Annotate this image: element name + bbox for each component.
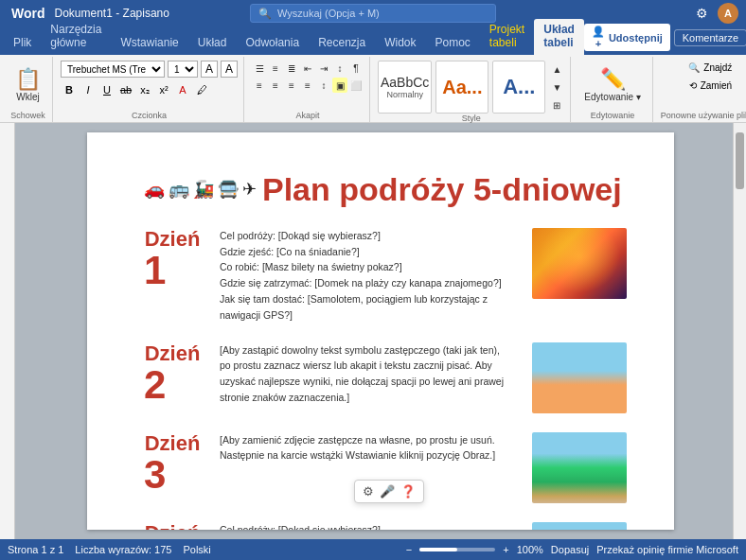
find-icon: 🔍 bbox=[688, 62, 700, 73]
word-count: Liczba wyrazów: 175 bbox=[75, 544, 171, 555]
strikethrough-button[interactable]: ab bbox=[117, 81, 134, 98]
wklej-button[interactable]: 📋 Wklej bbox=[9, 65, 46, 106]
czcionka-group: Trebuchet MS (Tre... 11 A A B I U ab x₂ … bbox=[55, 57, 244, 122]
tab-widok[interactable]: Widok bbox=[375, 32, 425, 55]
day-1-label: Dzień 1 bbox=[144, 228, 201, 290]
multilevel-list-button[interactable]: ≣ bbox=[284, 61, 299, 76]
tab-plik[interactable]: Plik bbox=[4, 32, 41, 55]
akapit-content: ☰ ≡ ≣ ⇤ ⇥ ↕ ¶ ≡ ≡ ≡ ≡ ↕ ▣ ⬜ bbox=[252, 57, 364, 111]
find-button[interactable]: 🔍 Znajdź bbox=[684, 61, 736, 75]
tab-recenzja[interactable]: Recenzja bbox=[309, 32, 375, 55]
line-spacing-button[interactable]: ↕ bbox=[316, 78, 331, 93]
justify-button[interactable]: ≡ bbox=[300, 78, 315, 93]
align-left-button[interactable]: ≡ bbox=[252, 78, 267, 93]
schowek-group: 📋 Wklej Schowek bbox=[4, 57, 53, 122]
day-1-image bbox=[532, 228, 627, 299]
komentarze-button[interactable]: Komentarze bbox=[674, 29, 746, 46]
language-indicator[interactable]: Polski bbox=[183, 544, 210, 555]
day-3-label: Dzień 3 bbox=[144, 432, 201, 495]
mini-help-icon[interactable]: ❓ bbox=[400, 484, 416, 499]
increase-indent-button[interactable]: ⇥ bbox=[316, 61, 331, 76]
superscript-button[interactable]: x² bbox=[155, 81, 172, 98]
feedback-label[interactable]: Przekaż opinię firmie Microsoft bbox=[596, 544, 738, 555]
style-normal-button[interactable]: AaBbCc Normalny bbox=[378, 61, 432, 114]
day-3-image bbox=[532, 432, 627, 503]
style-expand[interactable]: ⊞ bbox=[549, 97, 564, 113]
document-page[interactable]: 🚗 🚌 🚂 🚍 ✈ Plan podróży 5-dniowej Dzień 1… bbox=[87, 132, 674, 530]
akapit-group: ☰ ≡ ≣ ⇤ ⇥ ↕ ¶ ≡ ≡ ≡ ≡ ↕ ▣ ⬜ Akapit bbox=[246, 57, 370, 122]
page-title-area: 🚗 🚌 🚂 🚍 ✈ Plan podróży 5-dniowej bbox=[144, 170, 627, 209]
udostepnij-button[interactable]: 👤+Udostępnij bbox=[584, 24, 670, 51]
font-grow-button[interactable]: A bbox=[201, 61, 218, 78]
shading-button[interactable]: ▣ bbox=[332, 78, 347, 93]
italic-button[interactable]: I bbox=[80, 81, 97, 98]
wklej-label: Wklej bbox=[16, 92, 39, 102]
dopasuj-button[interactable]: Dopasuj bbox=[551, 544, 589, 555]
style-scroll-down[interactable]: ▼ bbox=[549, 79, 564, 95]
travel-icons: 🚗 🚌 🚂 🚍 ✈ bbox=[144, 179, 257, 200]
tab-wstawianie[interactable]: Wstawianie bbox=[111, 32, 187, 55]
scrollbar-thumb[interactable] bbox=[736, 132, 744, 189]
sort-button[interactable]: ↕ bbox=[332, 61, 347, 76]
edytowanie-group: ✏️ Edytowanie ▾ Edytowanie bbox=[573, 57, 652, 122]
mini-mic-icon[interactable]: 🎤 bbox=[380, 484, 395, 499]
replace-button[interactable]: ⟲ Zamień bbox=[685, 79, 736, 93]
para-buttons-row1: ☰ ≡ ≣ ⇤ ⇥ ↕ ¶ bbox=[252, 61, 364, 76]
page-info: Strona 1 z 1 bbox=[8, 544, 63, 555]
tab-projekt-tabeli[interactable]: Projekt tabeli bbox=[480, 19, 534, 55]
czcionka-label: Czcionka bbox=[132, 111, 167, 122]
day-1-number: 1 bbox=[144, 251, 201, 290]
borders-button[interactable]: ⬜ bbox=[348, 78, 364, 93]
tab-uklad-tabeli[interactable]: Układ tabeli bbox=[534, 19, 584, 55]
zoom-slider[interactable] bbox=[419, 548, 495, 551]
find-label: Znajdź bbox=[703, 62, 732, 73]
show-marks-button[interactable]: ¶ bbox=[348, 61, 364, 76]
edytowanie-content: ✏️ Edytowanie ▾ bbox=[578, 57, 646, 111]
search-box[interactable]: 🔍 Wyszukaj (Opcja + M) bbox=[250, 4, 496, 23]
settings-icon[interactable]: ⚙ bbox=[696, 6, 708, 21]
style-scroll-controls: ▲ ▼ ⊞ bbox=[549, 61, 564, 113]
day-4-text: Dzień bbox=[144, 522, 201, 530]
zoom-out-icon[interactable]: − bbox=[406, 544, 412, 555]
bus2-icon: 🚍 bbox=[218, 179, 239, 200]
style-aa-button[interactable]: Aa... bbox=[435, 61, 488, 114]
text-color-button[interactable]: A bbox=[174, 81, 191, 98]
mini-settings-icon[interactable]: ⚙ bbox=[363, 484, 374, 499]
car-icon: 🚗 bbox=[144, 179, 165, 200]
style-normal-label: Normalny bbox=[386, 90, 423, 99]
user-avatar[interactable]: A bbox=[718, 3, 738, 24]
search-icon: 🔍 bbox=[258, 8, 272, 20]
align-right-button[interactable]: ≡ bbox=[284, 78, 299, 93]
tab-pomoc[interactable]: Pomoc bbox=[426, 32, 480, 55]
font-shrink-button[interactable]: A bbox=[221, 61, 238, 78]
align-center-button[interactable]: ≡ bbox=[268, 78, 283, 93]
font-size-select[interactable]: 11 bbox=[168, 61, 198, 78]
para-buttons-row2: ≡ ≡ ≡ ≡ ↕ ▣ ⬜ bbox=[252, 78, 364, 93]
findreplace-group: 🔍 Znajdź ⟲ Zamień Ponowne używanie plikó… bbox=[655, 57, 746, 122]
day-4-image bbox=[532, 522, 627, 530]
bold-button[interactable]: B bbox=[61, 81, 78, 98]
bullets-button[interactable]: ☰ bbox=[252, 61, 267, 76]
numbered-list-button[interactable]: ≡ bbox=[268, 61, 283, 76]
style-scroll-up[interactable]: ▲ bbox=[549, 61, 564, 77]
ribbon-tab-bar: Plik Narzędzia główne Wstawianie Układ O… bbox=[0, 26, 746, 55]
subscript-button[interactable]: x₂ bbox=[136, 81, 153, 98]
font-name-select[interactable]: Trebuchet MS (Tre... bbox=[61, 61, 165, 78]
paste-icon: 📋 bbox=[15, 69, 41, 90]
search-placeholder: Wyszukaj (Opcja + M) bbox=[277, 8, 380, 19]
replace-icon: ⟲ bbox=[689, 80, 697, 91]
tab-odwolania[interactable]: Odwołania bbox=[236, 32, 309, 55]
style-normal-preview: AaBbCc bbox=[381, 75, 429, 90]
vertical-scrollbar[interactable] bbox=[733, 123, 746, 539]
ribbon-action-buttons: 👤+Udostępnij Komentarze ∧ bbox=[584, 24, 746, 55]
highlight-button[interactable]: 🖊 bbox=[193, 81, 210, 98]
tab-uklad[interactable]: Układ bbox=[188, 32, 237, 55]
style-a-button[interactable]: A... bbox=[492, 61, 545, 114]
style-content: AaBbCc Normalny Aa... A... ▲ ▼ ⊞ bbox=[378, 57, 564, 114]
tab-narzedzia-glowne[interactable]: Narzędzia główne bbox=[41, 19, 111, 55]
day-4-label: Dzień 4 bbox=[144, 522, 201, 530]
edytowanie-button[interactable]: ✏️ Edytowanie ▾ bbox=[578, 65, 646, 106]
underline-button[interactable]: U bbox=[98, 81, 115, 98]
zoom-in-icon[interactable]: + bbox=[503, 544, 508, 555]
decrease-indent-button[interactable]: ⇤ bbox=[300, 61, 315, 76]
